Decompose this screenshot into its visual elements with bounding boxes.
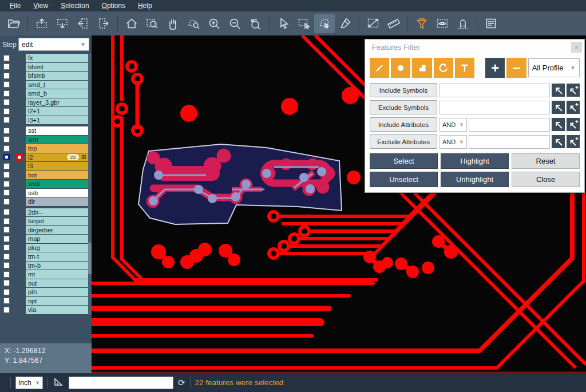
sync-icon[interactable]: ⟳ [178, 378, 185, 388]
ruler-icon[interactable] [383, 14, 404, 33]
layer-label[interactable]: dir [26, 197, 88, 206]
layer-row-out[interactable]: out [0, 279, 92, 288]
active-layer-cell[interactable] [13, 171, 26, 180]
layer-row-smb[interactable]: smb [0, 180, 92, 188]
active-layer-cell[interactable] [13, 126, 26, 135]
pan-left-icon[interactable] [73, 14, 93, 33]
layer-visibility-checkbox[interactable] [3, 73, 10, 79]
select-pick-add-icon[interactable] [567, 101, 580, 114]
active-layer-cell[interactable] [13, 98, 26, 107]
zoom-window-icon[interactable] [142, 14, 163, 33]
active-layer-cell[interactable] [13, 144, 26, 153]
active-layer-cell[interactable] [13, 136, 26, 144]
layer-visibility-checkbox[interactable] [3, 227, 10, 233]
feature-line-icon[interactable] [370, 58, 389, 78]
layer-visibility-checkbox[interactable] [3, 218, 10, 224]
layer-visibility-checkbox[interactable] [3, 244, 10, 251]
zoom-previous-icon[interactable] [245, 14, 266, 33]
open-folder-icon[interactable] [3, 14, 24, 33]
pan-up-icon[interactable] [31, 14, 52, 33]
layer-visibility-checkbox[interactable] [3, 136, 10, 142]
dialog-titlebar[interactable]: Features Filter × [365, 39, 584, 55]
layers-panel-icon[interactable] [481, 14, 501, 33]
layer-visibility-checkbox[interactable] [3, 154, 10, 160]
active-layer-cell[interactable] [13, 63, 26, 72]
layer-row-ssb[interactable]: ssb [0, 189, 92, 197]
unit-select[interactable]: Inch ▼ [15, 377, 43, 389]
step-select[interactable]: edit ▼ [18, 38, 89, 51]
layer-visibility-checkbox[interactable] [3, 81, 10, 88]
zoom-in-icon[interactable] [204, 14, 224, 33]
close-button[interactable]: Close [512, 172, 580, 187]
active-layer-cell[interactable] [13, 226, 26, 235]
close-icon[interactable]: × [571, 42, 582, 53]
layer-label[interactable]: map [26, 235, 88, 243]
pan-hand-icon[interactable] [163, 14, 183, 33]
layer-label[interactable]: bot [26, 171, 88, 180]
profile-select[interactable]: All Profile▼ [528, 58, 580, 77]
layer-row-bot[interactable]: bot [0, 171, 92, 180]
active-layer-cell[interactable] [13, 107, 26, 116]
layer-row-target[interactable]: target [0, 217, 92, 225]
zoom-polygon-icon[interactable] [183, 14, 204, 33]
layer-visibility-checkbox[interactable] [3, 262, 10, 268]
layer-visibility-checkbox[interactable] [3, 128, 10, 134]
features-filter-icon[interactable] [411, 14, 432, 33]
filter-value-input[interactable] [469, 118, 550, 132]
active-layer-cell[interactable] [13, 244, 26, 252]
layer-visibility-checkbox[interactable] [3, 99, 10, 105]
layer-label[interactable]: via [26, 306, 88, 314]
layer-row-tm-t[interactable]: tm-t [0, 252, 92, 261]
layer-label[interactable]: out [26, 279, 88, 288]
active-layer-cell[interactable] [13, 217, 26, 225]
select-pick-icon[interactable] [552, 118, 565, 131]
layer-row-l3-1[interactable]: l3+1 [0, 116, 92, 125]
active-layer-cell[interactable] [13, 279, 26, 288]
layer-label[interactable]: bfsmt [26, 63, 88, 72]
measure-line-icon[interactable] [363, 14, 383, 33]
layer-scrollbar[interactable] [88, 54, 92, 315]
select-pick-icon[interactable] [552, 84, 565, 97]
repaint-brush-icon[interactable] [335, 14, 355, 33]
and-or-select[interactable]: AND▼ [440, 118, 467, 132]
layer-visibility-checkbox[interactable] [3, 236, 10, 242]
layer-label[interactable]: l2+1 [26, 107, 88, 116]
layer-row-l3[interactable]: l3 [0, 162, 92, 171]
remove-mode-button[interactable]: − [506, 58, 526, 78]
layer-visibility-checkbox[interactable] [3, 199, 10, 205]
layer-row-l2[interactable]: l222⊞ [0, 153, 92, 162]
layer-visibility-checkbox[interactable] [3, 172, 10, 178]
layer-label[interactable]: bfsmb [26, 72, 88, 80]
layer-grid-icon[interactable]: ⊞ [81, 154, 86, 160]
unhighlight-button[interactable]: Unhighlight [441, 172, 509, 187]
add-mode-button[interactable]: + [485, 58, 505, 78]
layer-row-sst[interactable]: sst [0, 126, 92, 135]
layer-row-pth[interactable]: pth [0, 288, 92, 296]
layer-visibility-checkbox[interactable] [3, 209, 10, 215]
active-layer-cell[interactable] [13, 306, 26, 314]
layer-row-tm-b[interactable]: tm-b [0, 262, 92, 270]
home-view-icon[interactable] [121, 14, 142, 33]
layer-label[interactable]: l222⊞ [26, 153, 88, 162]
layer-row-fx[interactable]: fx [0, 54, 92, 62]
select-button[interactable]: Select [370, 153, 438, 169]
layer-visibility-checkbox[interactable] [3, 55, 10, 61]
layer-row-plug[interactable]: plug [0, 244, 92, 252]
snap-magnet-icon[interactable] [453, 14, 473, 33]
layer-label[interactable]: tm-t [26, 252, 88, 261]
layer-row-smd-b[interactable]: smd_b [0, 89, 92, 98]
menu-file[interactable]: File [3, 0, 27, 11]
layer-visibility-checkbox[interactable] [3, 145, 10, 152]
layer-visibility-checkbox[interactable] [3, 254, 10, 260]
active-layer-cell[interactable] [13, 54, 26, 62]
layer-visibility-checkbox[interactable] [3, 280, 10, 286]
layer-label[interactable]: dirgerber [26, 226, 88, 235]
select-pick-icon[interactable] [552, 135, 565, 148]
layer-row-dirgerber[interactable]: dirgerber [0, 226, 92, 235]
feature-pad-icon[interactable] [391, 58, 410, 78]
active-layer-cell[interactable] [13, 297, 26, 306]
filter-value-input[interactable] [440, 101, 550, 114]
highlight-button[interactable]: Highlight [441, 153, 509, 169]
layer-row-l2-1[interactable]: l2+1 [0, 107, 92, 116]
menu-options[interactable]: Options [96, 0, 132, 11]
